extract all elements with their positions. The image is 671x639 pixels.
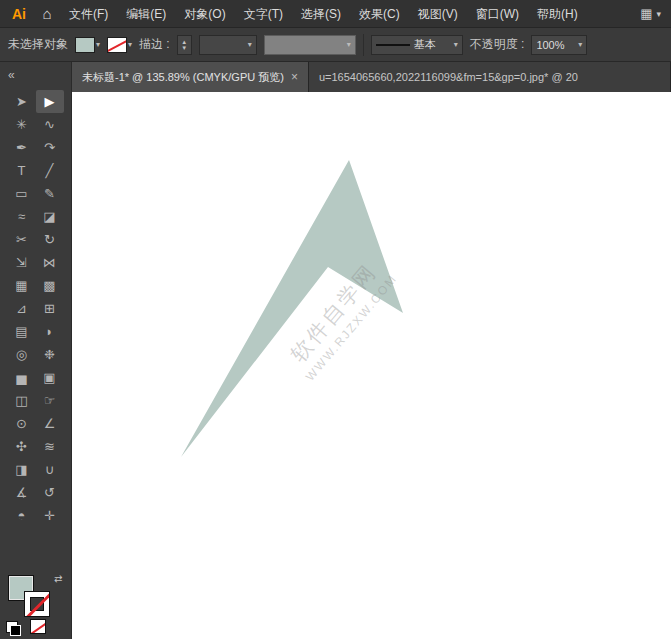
fill-color-swatch[interactable] (75, 37, 95, 53)
shaper-tool-icon: ≈ (18, 209, 25, 224)
tools-collapse-button[interactable]: « (0, 62, 71, 90)
paintbrush-tool[interactable]: ✎ (36, 182, 64, 205)
artboard-tool[interactable]: ▣ (36, 366, 64, 389)
column-graph-tool[interactable]: ▅ (8, 366, 36, 389)
scale-tool[interactable]: ⇲ (8, 251, 36, 274)
join-tool-icon: ∪ (45, 462, 55, 477)
stroke-color-swatch[interactable] (107, 37, 127, 53)
mesh-tool[interactable]: ⊞ (36, 297, 64, 320)
menu-file[interactable]: 文件(F) (60, 0, 117, 28)
stroke-swatch[interactable] (24, 591, 50, 617)
width-profile-caret-icon[interactable]: ▾ (347, 40, 351, 49)
navigator-tool[interactable]: ✛ (36, 504, 64, 527)
navigator-tool-icon: ✛ (44, 508, 55, 523)
illustrator-logo-icon: Ai (4, 2, 34, 26)
workspace-switcher-icon[interactable]: ▦ (640, 6, 652, 21)
menu-edit[interactable]: 编辑(E) (117, 0, 175, 28)
stroke-weight-stepper[interactable]: ▲ ▼ (177, 35, 192, 55)
menu-type[interactable]: 文字(T) (235, 0, 292, 28)
fill-caret-icon[interactable]: ▾ (96, 40, 100, 49)
hand-tool-icon: ☞ (44, 393, 56, 408)
type-tool[interactable]: T (8, 159, 36, 182)
lasso-tool[interactable]: ∿ (36, 113, 64, 136)
brush-definition-select[interactable]: 基本 ▾ (371, 35, 463, 55)
artwork-svg (72, 92, 671, 639)
shear-tool-icon: ∠ (44, 416, 56, 431)
gradient-tool-icon: ▤ (15, 324, 27, 339)
curvature-tool[interactable]: ↷ (36, 136, 64, 159)
default-fill-stroke-icon[interactable] (6, 621, 18, 633)
rotate-view-tool[interactable]: ↺ (36, 481, 64, 504)
eyedropper-tool-icon: ◗ (46, 324, 54, 339)
home-icon[interactable]: ⌂ (34, 5, 60, 22)
workspace-caret-icon[interactable]: ▾ (656, 9, 661, 19)
document-tab-bar: 未标题-1* @ 135.89% (CMYK/GPU 预览) × u=16540… (72, 62, 671, 92)
direct-selection-tool[interactable]: ▶ (36, 90, 64, 113)
knife-tool-icon: ◨ (15, 462, 27, 477)
tab-title: 未标题-1* @ 135.89% (CMYK/GPU 预览) (82, 70, 284, 85)
gradient-tool[interactable]: ▤ (8, 320, 36, 343)
blend-tool[interactable]: ◎ (8, 343, 36, 366)
menu-select[interactable]: 选择(S) (292, 0, 350, 28)
measure-tool[interactable]: ∡ (8, 481, 36, 504)
eraser-tool-icon: ◪ (43, 209, 55, 224)
swap-fill-stroke-icon[interactable]: ⇄ (54, 573, 62, 584)
width-tool[interactable]: ⋈ (36, 251, 64, 274)
shaper-tool[interactable]: ≈ (8, 205, 36, 228)
tab-title: u=1654065660,2022116099&fm=15&gp=0.jpg* … (319, 71, 578, 83)
artboard-canvas[interactable]: 软件自学网 WWW.RJZXW.COM (72, 92, 671, 639)
stroke-caret-icon[interactable]: ▾ (128, 40, 132, 49)
eyedropper-tool[interactable]: ◗ (36, 320, 64, 343)
line-segment-tool[interactable]: ╱ (36, 159, 64, 182)
scissors-tool[interactable]: ✂ (8, 228, 36, 251)
none-color-button[interactable] (30, 619, 46, 634)
zoom-tool[interactable]: ⊙ (8, 412, 36, 435)
pen-tool-icon: ✒ (16, 140, 27, 155)
menu-view[interactable]: 视图(V) (409, 0, 467, 28)
perspective-grid-tool[interactable]: ⊿ (8, 297, 36, 320)
menu-effect[interactable]: 效果(C) (350, 0, 409, 28)
knife-tool[interactable]: ◨ (8, 458, 36, 481)
tab-close-icon[interactable]: × (291, 70, 298, 84)
hand-tool[interactable]: ☞ (36, 389, 64, 412)
fill-color-picker[interactable]: ▾ (75, 37, 100, 53)
opacity-value: 100% (536, 39, 564, 51)
brush-stroke-preview-icon (376, 44, 410, 46)
stepper-down-icon[interactable]: ▼ (181, 45, 187, 51)
artboard-tool-icon: ▣ (43, 370, 55, 385)
slice-tool[interactable]: ◫ (8, 389, 36, 412)
scale-tool-icon: ⇲ (16, 255, 27, 270)
measure-tool-icon: ∡ (16, 485, 28, 500)
smooth-tool[interactable]: ≋ (36, 435, 64, 458)
pen-tool[interactable]: ✒ (8, 136, 36, 159)
lasso-tool-icon: ∿ (44, 117, 55, 132)
shear-tool[interactable]: ∠ (36, 412, 64, 435)
reshape-tool[interactable]: ✣ (8, 435, 36, 458)
opacity-caret-icon[interactable]: ▾ (578, 40, 582, 49)
rotate-tool[interactable]: ↻ (36, 228, 64, 251)
rotate-tool-icon: ↻ (44, 232, 55, 247)
menu-help[interactable]: 帮助(H) (528, 0, 587, 28)
rectangle-tool[interactable]: ▭ (8, 182, 36, 205)
shape-builder-tool[interactable]: ▩ (36, 274, 64, 297)
join-tool[interactable]: ∪ (36, 458, 64, 481)
stroke-weight-select[interactable]: ▾ (199, 35, 257, 55)
menu-object[interactable]: 对象(O) (175, 0, 234, 28)
tab-jpg-document[interactable]: u=1654065660,2022116099&fm=15&gp=0.jpg* … (309, 62, 671, 92)
free-transform-tool[interactable]: ▦ (8, 274, 36, 297)
selection-tool[interactable]: ➤ (8, 90, 36, 113)
stroke-color-picker[interactable]: ▾ (107, 37, 132, 53)
tab-untitled-document[interactable]: 未标题-1* @ 135.89% (CMYK/GPU 预览) × (72, 62, 309, 92)
scissors-tool-icon: ✂ (16, 232, 27, 247)
magic-wand-tool[interactable]: ✳ (8, 113, 36, 136)
opacity-select[interactable]: 100% ▾ (531, 35, 587, 55)
arrow-shape[interactable] (181, 160, 403, 457)
width-profile-select[interactable]: ▾ (264, 35, 356, 55)
symbol-sprayer-tool[interactable]: ❉ (36, 343, 64, 366)
eraser-tool[interactable]: ◪ (36, 205, 64, 228)
print-tiling-tool[interactable]: ◓ (8, 504, 36, 527)
brush-caret-icon[interactable]: ▾ (454, 40, 458, 49)
menu-window[interactable]: 窗口(W) (467, 0, 528, 28)
stroke-weight-caret-icon[interactable]: ▾ (248, 40, 252, 49)
zoom-tool-icon: ⊙ (16, 416, 27, 431)
